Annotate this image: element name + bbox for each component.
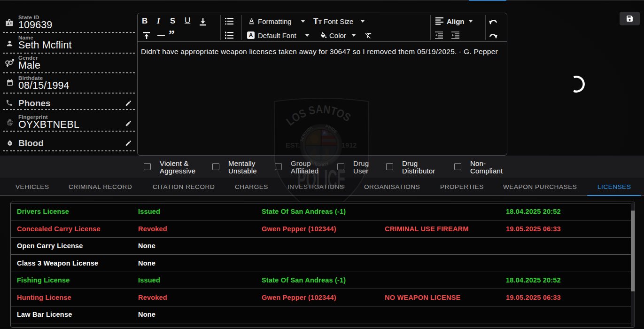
svg-text:POLICE: POLICE [297, 164, 346, 194]
svg-text:1912: 1912 [341, 141, 357, 149]
svg-text:EST.: EST. [286, 141, 300, 149]
